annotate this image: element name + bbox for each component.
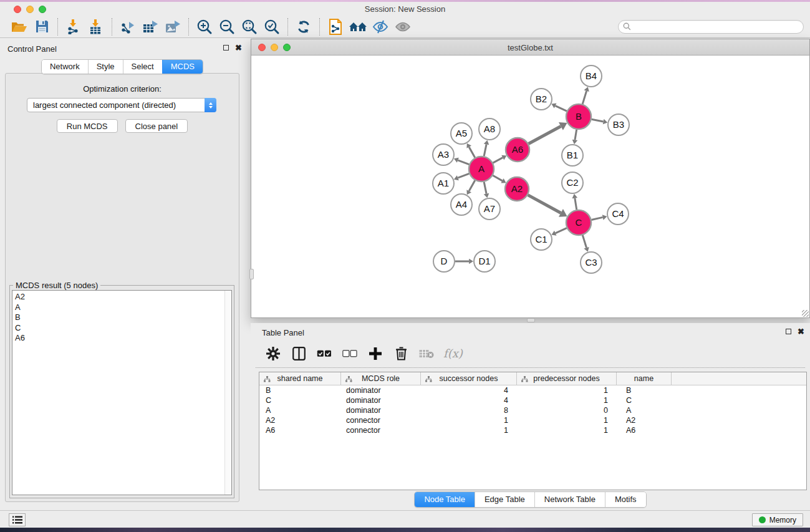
hide-eye-icon[interactable] <box>371 18 390 36</box>
memory-button[interactable]: Memory <box>752 513 803 526</box>
gear-icon[interactable] <box>264 344 282 363</box>
tab-node-table[interactable]: Node Table <box>415 492 475 507</box>
deselect-all-icon[interactable] <box>341 344 359 363</box>
delete-icon[interactable] <box>392 344 410 363</box>
table-toolbar: f(x) <box>256 339 805 368</box>
edge-C-C3[interactable] <box>582 235 586 248</box>
close-panel-button[interactable]: Close panel <box>125 119 188 133</box>
select-all-icon[interactable] <box>316 344 333 363</box>
float-panel-icon[interactable] <box>223 44 229 52</box>
table-panel-tabs: Node TableEdge TableNetwork TableMotifs <box>414 491 646 508</box>
tab-edge-table[interactable]: Edge Table <box>475 492 534 507</box>
result-item[interactable]: A2 <box>15 292 231 302</box>
panel-splitter-handle[interactable] <box>249 269 254 279</box>
edge-B-B4[interactable] <box>582 91 587 104</box>
table-cell: A2 <box>259 416 341 425</box>
edge-C-C1[interactable] <box>556 228 567 233</box>
edge-A-A1[interactable] <box>458 173 469 178</box>
criterion-value: largest connected component (directed) <box>27 100 205 110</box>
tab-network-table[interactable]: Network Table <box>534 492 605 507</box>
table-cell: 1 <box>517 396 617 405</box>
edge-B-B3[interactable] <box>592 119 604 122</box>
criterion-dropdown[interactable]: largest connected component (directed) <box>27 98 216 112</box>
graph-node-label: D1 <box>478 256 490 266</box>
columns-icon[interactable] <box>290 344 307 363</box>
node-table: shared nameMCDS rolesuccessor nodesprede… <box>259 372 807 490</box>
edge-A-A5[interactable] <box>469 147 475 158</box>
column-header-successor-nodes[interactable]: successor nodes <box>421 372 517 385</box>
network-canvas[interactable]: AA6A2BCA5A8A3A1A4A7B2B4B3B1C2C4C1C3DD1 <box>251 56 809 317</box>
task-history-button[interactable] <box>9 513 26 526</box>
edge-A-A2[interactable] <box>493 175 502 181</box>
refresh-icon[interactable] <box>294 18 313 36</box>
tab-motifs[interactable]: Motifs <box>605 492 646 507</box>
eye-icon[interactable] <box>393 18 412 36</box>
result-item[interactable]: A <box>15 302 231 313</box>
result-scrollbar[interactable] <box>224 291 231 495</box>
column-header-MCDS-role[interactable]: MCDS role <box>341 372 421 385</box>
open-folder-icon[interactable] <box>10 18 29 36</box>
edge-arrowhead <box>469 259 473 264</box>
table-row[interactable]: A6connector11A6 <box>259 425 806 435</box>
resize-grip[interactable] <box>802 310 809 317</box>
table-cell: A6 <box>617 426 672 435</box>
mcds-result-group: MCDS result (5 nodes) A2ABCA6 <box>9 285 234 498</box>
edge-arrowhead <box>572 194 578 198</box>
edge-B-B2[interactable] <box>556 106 567 112</box>
table-row[interactable]: A2connector11A2 <box>259 415 806 425</box>
table-float-icon[interactable] <box>786 328 791 336</box>
add-icon[interactable] <box>367 344 384 363</box>
edge-arrowhead <box>484 140 489 145</box>
save-icon[interactable] <box>32 18 51 36</box>
control-panel: Control Panel ✖ NetworkStyleSelectMCDS O… <box>0 38 244 506</box>
result-item[interactable]: A6 <box>15 333 231 344</box>
mcds-result-list[interactable]: A2ABCA6 <box>12 290 232 495</box>
edge-A-A6[interactable] <box>493 158 503 163</box>
table-close-icon[interactable]: ✖ <box>798 328 804 336</box>
column-header-predecessor-nodes[interactable]: predecessor nodes <box>517 372 617 385</box>
zoom-fit-icon[interactable] <box>240 18 259 36</box>
table-row[interactable]: Adominator80A <box>259 405 806 415</box>
edge-A2-C[interactable] <box>528 195 561 213</box>
column-header-name[interactable]: name <box>617 372 672 385</box>
function-icon[interactable]: f(x) <box>443 347 463 360</box>
zoom-out-icon[interactable] <box>218 18 236 36</box>
search-field[interactable] <box>618 20 804 34</box>
tab-style[interactable]: Style <box>88 60 123 74</box>
column-header-shared-name[interactable]: shared name <box>259 372 341 385</box>
edge-C-C4[interactable] <box>591 217 602 220</box>
table-panel: Table Panel ✖ f(x) shared nameMCDS roles… <box>251 323 810 506</box>
table-row[interactable]: Bdominator41B <box>259 385 806 395</box>
tab-mcds[interactable]: MCDS <box>162 60 203 74</box>
import-network-icon[interactable] <box>64 18 83 36</box>
search-icon <box>623 22 631 31</box>
delete-table-icon[interactable] <box>418 344 435 363</box>
edge-B-B1[interactable] <box>575 130 577 140</box>
result-item[interactable]: B <box>15 312 231 323</box>
tab-network[interactable]: Network <box>42 60 88 74</box>
search-input[interactable] <box>631 22 803 31</box>
edge-A-A8[interactable] <box>484 144 486 156</box>
table-row[interactable]: Cdominator41C <box>259 395 806 405</box>
edge-C-C2[interactable] <box>575 198 577 210</box>
export-network-icon[interactable] <box>118 18 137 36</box>
network-window-titlebar[interactable]: testGlobe.txt <box>251 39 809 56</box>
edge-arrowhead <box>572 140 578 145</box>
edge-A-A4[interactable] <box>469 180 475 191</box>
run-mcds-button[interactable]: Run MCDS <box>57 119 118 133</box>
import-table-icon[interactable] <box>87 18 105 36</box>
edge-A-A3[interactable] <box>458 160 469 165</box>
network-file-icon[interactable] <box>326 18 345 36</box>
edge-A-A7[interactable] <box>484 182 486 194</box>
zoom-selected-icon[interactable] <box>263 18 281 36</box>
home-icon[interactable] <box>349 18 367 36</box>
export-image-icon[interactable] <box>163 18 182 36</box>
zoom-in-icon[interactable] <box>195 18 214 36</box>
result-item[interactable]: C <box>15 323 231 334</box>
horizontal-splitter-handle[interactable] <box>527 318 535 322</box>
export-table-icon[interactable] <box>141 18 160 36</box>
close-panel-icon[interactable]: ✖ <box>235 44 242 52</box>
edge-A6-B[interactable] <box>529 126 561 143</box>
tab-select[interactable]: Select <box>123 60 162 74</box>
status-bar: Memory <box>0 510 810 528</box>
